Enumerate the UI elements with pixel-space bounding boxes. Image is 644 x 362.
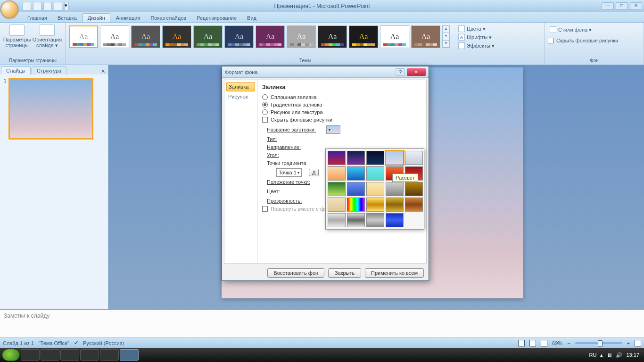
zoom-in-icon[interactable]: + xyxy=(627,340,630,346)
panel-tab-slides[interactable]: Слайды xyxy=(1,66,31,74)
effects-icon xyxy=(458,42,465,49)
gradient-swatch[interactable] xyxy=(386,197,404,212)
gradient-swatch[interactable] xyxy=(366,182,384,196)
gradient-swatch[interactable] xyxy=(347,213,365,227)
qat-more-icon[interactable]: ▾ xyxy=(64,2,69,10)
dialog-title: Формат фона xyxy=(225,69,258,75)
nav-picture[interactable]: Рисунок xyxy=(226,92,255,101)
save-icon[interactable] xyxy=(23,2,31,10)
tray-flag-icon[interactable]: ▴ xyxy=(600,352,603,358)
add-stop-button[interactable]: Д xyxy=(309,169,319,176)
close-button[interactable]: ✕ xyxy=(630,2,642,10)
tray-icon[interactable]: 🖥 xyxy=(607,352,612,358)
gradient-swatch[interactable] xyxy=(328,197,346,212)
start-button[interactable] xyxy=(2,349,20,361)
ribbon-tabs: Главная Вставка Дизайн Анимация Показ сл… xyxy=(0,12,644,23)
fonts-button[interactable]: AШрифты ▾ xyxy=(456,33,496,41)
undo-icon[interactable] xyxy=(33,2,41,10)
tab-home[interactable]: Главная xyxy=(23,14,52,22)
tray-time: 13:17 xyxy=(626,352,639,358)
tray-lang[interactable]: RU xyxy=(589,352,597,358)
taskbar-app-icon[interactable] xyxy=(80,349,99,361)
zoom-level[interactable]: 69% xyxy=(552,340,562,346)
panel-close-icon[interactable]: ✕ xyxy=(98,68,108,74)
tab-slideshow[interactable]: Показ слайдов xyxy=(146,14,191,22)
nav-fill[interactable]: Заливка xyxy=(226,82,255,91)
gradient-swatch[interactable] xyxy=(386,182,404,196)
zoom-slider[interactable] xyxy=(575,342,622,344)
maximize-button[interactable]: □ xyxy=(616,2,628,10)
panel-tab-outline[interactable]: Структура xyxy=(32,66,66,74)
sorter-view-icon[interactable] xyxy=(529,340,536,346)
theme-gallery[interactable]: Aa Aa Aa Aa Aa Aa Aa Aa Aa Aa Aa Aa xyxy=(69,24,440,48)
ribbon: Параметры страницы Ориентация слайда ▾ П… xyxy=(0,23,644,65)
taskbar-media-icon[interactable] xyxy=(60,349,79,361)
gallery-scroll[interactable]: ▴▾▾ xyxy=(442,25,450,48)
apply-all-button[interactable]: Применить ко всем xyxy=(365,268,424,278)
gradient-swatch[interactable] xyxy=(366,166,384,181)
tab-review[interactable]: Рецензирование xyxy=(192,14,241,22)
stop-dropdown[interactable]: Точка 1 xyxy=(276,168,302,177)
dialog-help-button[interactable]: ? xyxy=(396,68,405,76)
dialog-close-button[interactable]: ✕ xyxy=(407,68,426,76)
colors-button[interactable]: Цвета ▾ xyxy=(456,25,496,33)
notes-pane[interactable]: Заметки к слайду xyxy=(0,309,644,337)
taskbar-word-icon[interactable] xyxy=(100,349,119,361)
status-lang[interactable]: Русский (Россия) xyxy=(83,340,124,346)
redo-icon[interactable] xyxy=(43,2,52,10)
gradient-swatch[interactable] xyxy=(405,197,423,212)
tab-design[interactable]: Дизайн xyxy=(83,13,110,22)
status-theme: "Тема Office" xyxy=(39,340,69,346)
normal-view-icon[interactable] xyxy=(518,340,525,346)
system-tray[interactable]: RU ▴ 🖥 🔊 13:17 xyxy=(589,352,642,358)
minimize-button[interactable]: — xyxy=(602,2,614,10)
tab-insert[interactable]: Вставка xyxy=(53,14,82,22)
chk-hide-bg[interactable] xyxy=(262,117,268,123)
office-button[interactable] xyxy=(0,0,18,18)
gradient-swatch[interactable] xyxy=(366,151,384,165)
gradient-swatch[interactable] xyxy=(366,213,384,227)
page-setup-button[interactable]: Параметры страницы xyxy=(3,24,31,49)
group-background: Фон xyxy=(545,57,644,64)
preset-dropdown[interactable] xyxy=(326,125,340,134)
tray-volume-icon[interactable]: 🔊 xyxy=(616,352,622,358)
gradient-swatch[interactable] xyxy=(347,197,365,212)
tab-view[interactable]: Вид xyxy=(242,14,261,22)
spellcheck-icon[interactable]: ✔ xyxy=(74,340,78,346)
effects-button[interactable]: Эффекты ▾ xyxy=(456,41,496,50)
taskbar-explorer-icon[interactable] xyxy=(41,349,59,361)
thumb-number: 1 xyxy=(4,78,7,140)
gradient-swatch[interactable] xyxy=(347,166,365,181)
fit-icon[interactable] xyxy=(635,340,641,346)
section-title: Заливка xyxy=(262,84,421,90)
radio-solid[interactable] xyxy=(262,94,268,100)
status-slide: Слайд 1 из 1 xyxy=(3,340,34,346)
tab-animation[interactable]: Анимация xyxy=(111,14,145,22)
new-icon[interactable] xyxy=(54,2,62,10)
taskbar-ie-icon[interactable] xyxy=(21,349,40,361)
restore-button[interactable]: Восстановить фон xyxy=(267,268,324,278)
taskbar-powerpoint-icon[interactable] xyxy=(120,349,139,361)
gradient-swatch[interactable] xyxy=(366,197,384,212)
radio-gradient[interactable] xyxy=(262,102,268,107)
radio-picture[interactable] xyxy=(262,109,268,115)
gradient-swatch[interactable] xyxy=(405,151,423,165)
bg-styles-button[interactable]: Стили фона ▾ xyxy=(548,25,594,34)
gradient-swatch[interactable] xyxy=(347,182,365,196)
title-bar: ▾ Презентация1 - Microsoft PowerPoint — … xyxy=(0,0,644,12)
bg-styles-icon xyxy=(550,26,556,33)
slideshow-view-icon[interactable] xyxy=(541,340,547,346)
gradient-swatch[interactable] xyxy=(405,182,423,196)
gradient-swatch[interactable] xyxy=(386,213,404,227)
gradient-swatch[interactable] xyxy=(347,151,365,165)
gradient-swatch[interactable] xyxy=(328,166,346,181)
gradient-swatch[interactable] xyxy=(386,151,404,165)
slide-thumbnail[interactable] xyxy=(8,78,93,140)
zoom-out-icon[interactable]: − xyxy=(567,340,570,346)
gradient-swatch[interactable] xyxy=(328,151,346,165)
orientation-button[interactable]: Ориентация слайда ▾ xyxy=(33,24,61,49)
close-button[interactable]: Закрыть xyxy=(328,268,361,278)
hide-bg-checkbox[interactable] xyxy=(548,38,553,43)
gradient-swatch[interactable] xyxy=(328,213,346,227)
gradient-swatch[interactable] xyxy=(328,182,346,196)
